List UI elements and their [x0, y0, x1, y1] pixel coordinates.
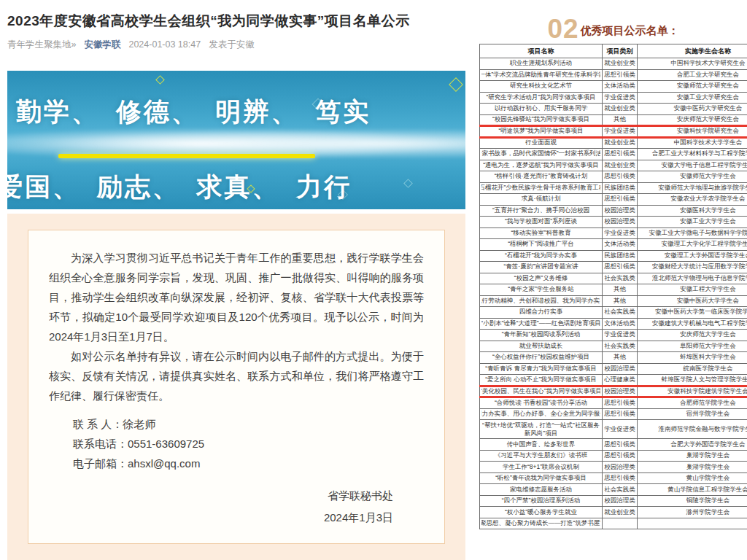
project-category-cell: 社会实践类	[603, 273, 638, 284]
project-category-cell: 校园治理类	[603, 363, 638, 375]
project-name-cell: “我与学校面对面”系列座谈	[480, 217, 603, 228]
project-org-cell: 淮北师范大学物理与电子信息学院学生会	[638, 273, 747, 284]
table-row: “听家书故事，品时代家国情怀”一封家书系列活动思想引领类合肥工业大学材料科学与工…	[480, 149, 747, 160]
project-org-cell: 安庆师范大学学生会	[638, 330, 747, 341]
project-category-cell: 社会实践类	[603, 307, 638, 319]
project-name-cell: “爱之所向 心动不止”我为同学做实事项目	[480, 375, 603, 386]
banner-slogan-line1: 勤学、 修德、 明辨、 笃实	[16, 95, 465, 129]
table-row: “帮扶+培优”双驱动，打造“一站式”社区服务新风尚”项目学业促进类淮南师范学院金…	[480, 420, 747, 439]
table-row: 就业帮扶助成长社会实践类阜阳师范大学学生会	[480, 341, 747, 352]
banner-image: 勤学、 修德、 明辨、 笃实 爱国、 励志、 求真、 力行	[7, 71, 465, 209]
project-org-cell: 安徽理工大学化学工程学院学生会	[638, 239, 747, 251]
project-org-cell: 合肥师范学院学生会	[638, 397, 747, 409]
project-org-cell: 安徽师范大学研究生会	[638, 81, 747, 93]
meta-location: 发表于安徽	[209, 39, 255, 51]
project-category-cell: 文体活动类	[603, 318, 638, 330]
project-name-cell: “青年之家”学生会服务站	[480, 284, 603, 296]
project-category-cell: 学业促进类	[603, 228, 638, 239]
project-name-cell: “听家书故事，品时代家国情怀”一封家书系列活动	[480, 149, 603, 160]
project-category-cell: 就业创业类	[603, 137, 638, 149]
project-name-cell: 行业面面观	[480, 137, 603, 149]
project-org-cell: 安庆师范大学研究生会	[638, 114, 747, 126]
project-category-cell: 心理健康类	[603, 375, 638, 386]
table-row: “三位一体”学术交流品牌助推青年研究生传承科学家精神思想引领类合肥工业大学研究生…	[480, 69, 747, 81]
project-category-cell: 其他	[603, 114, 638, 126]
project-category-cell: 就业创业类	[603, 104, 638, 115]
table-row: “青莲·廉韵”宣讲团专题宣讲思想引领类安徽财经大学统计与应用数学学院学生会	[480, 262, 747, 273]
project-org-cell: 安徽中医药大学第一临床医学院学生会	[638, 307, 747, 319]
project-org-cell: 安徽农业大学农学院学生会	[638, 194, 747, 206]
section-header: 02 优秀项目公示名单：	[479, 18, 747, 40]
table-row: 职业生涯规划系列活动就业创业类中国科学技术大学研究生会	[480, 58, 747, 70]
table-row: “小剧本”诠释“大道理”——红色话剧培育项目文体活动类安徽建筑大学机械与电气工程…	[480, 318, 747, 330]
project-name-cell: 职业生涯规划系列活动	[480, 58, 603, 70]
project-org-cell: 安徽财经大学统计与应用数学学院学生会	[638, 262, 747, 273]
project-category-cell: 社会实践类	[603, 484, 638, 496]
body-paragraph: 为深入学习贯彻习近平总书记关于青年工作的重要思想，践行学联学生会组织全心全意服务…	[49, 248, 424, 346]
project-name-cell: “石榴花开”少数民族学生骨干培养系列教育工程	[480, 182, 603, 194]
diamond-icon	[155, 75, 165, 85]
project-category-cell: 思想引领类	[603, 472, 638, 484]
project-name-cell: “三位一体”学术交流品牌助推青年研究生传承科学家精神	[480, 69, 603, 81]
table-row: 求真·领航计划思想引领类安徽农业大学农学院学生会	[480, 194, 747, 206]
meta-datetime: 2024-01-03 18:47	[128, 39, 201, 50]
project-org-cell: 黄山学院信息工程学院学生会	[638, 484, 747, 496]
contact-email: 电子邮箱：ahsxl@qq.com	[73, 454, 424, 473]
project-category-cell: 思想引领类	[603, 69, 638, 81]
project-name-cell: “听松”青年说我为同学做实事项目	[480, 472, 603, 484]
article-meta: 青年学生聚集地» 安徽学联 2024-01-03 18:47 发表于安徽	[7, 39, 465, 51]
project-org-cell: 安徽师范大学地理与旅游学院学生会	[638, 182, 747, 194]
project-org-cell: 安徽科技学院建筑学院学生会	[638, 386, 747, 397]
project-org-cell: 安徽师范大学学生会	[638, 171, 747, 183]
project-category-cell: 校园治理类	[603, 495, 638, 507]
table-row: “四个严禁”校园治理系列活动校园治理类铜陵学院学生会	[480, 495, 747, 507]
project-org-cell: 安徽工业大学研究生会	[638, 92, 747, 104]
table-row: 传中国声音、绘多彩世界思想引领类合肥大学外国语学院学生会	[480, 439, 747, 451]
projects-table-body: 职业生涯规划系列活动就业创业类中国科学技术大学研究生会“三位一体”学术交流品牌助…	[480, 58, 747, 529]
project-category-cell: 思想引领类	[603, 450, 638, 462]
article-column: 2023年度安徽省高校学生会组织“我为同学做实事”项目名单公示 青年学生聚集地»…	[7, 0, 465, 51]
project-category-cell: 思想引领类	[603, 149, 638, 160]
contact-person: 联 系 人：徐老师	[73, 414, 424, 434]
project-category-cell: 校园治理类	[603, 205, 638, 217]
project-category-cell: 思想引领类	[603, 408, 638, 420]
table-row: “梧桐树下”阅读推广平台文体活动类安徽理工大学化学工程学院学生会	[480, 239, 747, 251]
project-name-cell: “明途筑梦”我为同学做实事项目	[480, 126, 603, 138]
project-name-cell: “梧桐树下”阅读推广平台	[480, 239, 603, 251]
project-name-cell: 学生工作“8+1”联席会议机制	[480, 462, 603, 473]
project-category-cell: 校园治理类	[603, 386, 638, 397]
project-category-cell: 思想引领类	[603, 439, 638, 451]
project-org-cell: 淮南师范学院金融与数学学院学生会	[638, 420, 747, 439]
project-org-cell: 巢湖学院学生会	[638, 462, 747, 473]
table-row: “听松”青年说我为同学做实事项目思想引领类黄山学院学生会	[480, 472, 747, 484]
article-body-background: 为深入学习贯彻习近平总书记关于青年工作的重要思想，践行学联学生会组织全心全意服务…	[7, 214, 465, 560]
project-org-cell: 合肥工业大学研究生会	[638, 69, 747, 81]
table-row: “我与学校面对面”系列座谈校园治理类安徽工业大学学生会	[480, 217, 747, 228]
project-name-cell: “校园先锋驿站”我为同学做实事项目	[480, 114, 603, 126]
table-row: “通电为生，逐梦远航”我为同学做实事项目就业创业类安徽大学电子信息工程学院学生会	[480, 160, 747, 171]
article-body-box: 为深入学习贯彻习近平总书记关于青年工作的重要思想，践行学联学生会组织全心全意服务…	[28, 230, 445, 544]
banner-yellow-bar	[58, 154, 315, 158]
project-org-cell: 蚌埠医学院人文与管理学院学生会	[638, 375, 747, 386]
project-org-cell: 安徽建筑大学机械与电气工程学院学生会	[638, 318, 747, 330]
diamond-icon	[449, 77, 463, 92]
meta-account-link[interactable]: 安徽学联	[84, 39, 120, 51]
project-org-cell: 安徽中医药大学研究生会	[638, 104, 747, 115]
project-name-cell: 《习近平与大学生朋友们》读书班	[480, 450, 603, 462]
table-row: 四维合力行实事社会实践类安徽中医药大学第一临床医学院学生会	[480, 307, 747, 319]
table-row: 行业面面观就业创业类中国科学技术大学学生会	[480, 137, 747, 149]
project-name-cell: “青听青诉 青尽青力”我为同学做实事项目	[480, 363, 603, 375]
project-name-cell: “通电为生，逐梦远航”我为同学做实事项目	[480, 160, 603, 171]
table-row: 践行劳动精神、共创和谐校园、我为同学办实事其他安徽中医药大学学生会	[480, 295, 747, 307]
project-name-cell: “美化校园、民生在我心”我为同学做实事项目	[480, 386, 603, 397]
project-org-cell: 合肥大学外国语学院学生会	[638, 439, 747, 451]
project-category-cell: 校园治理类	[603, 462, 638, 473]
announcement-column: 02 优秀项目公示名单： 项目名称 项目类别 实施学生会名称 职业生涯规划系列活…	[479, 0, 747, 560]
project-org-cell: 蚌埠医科大学学生会	[638, 352, 747, 364]
header-org-name: 实施学生会名称	[638, 44, 747, 58]
project-name-cell: 传中国声音、绘多彩世界	[480, 439, 603, 451]
project-name-cell: “合师悦读 书香校园”读书分享活动	[480, 397, 603, 409]
project-category-cell: 学业促进类	[603, 126, 638, 138]
project-org-cell: 安徽工业大学微电子与数据科学学院学生会	[638, 228, 747, 239]
table-header-row: 项目名称 项目类别 实施学生会名称	[480, 44, 747, 58]
